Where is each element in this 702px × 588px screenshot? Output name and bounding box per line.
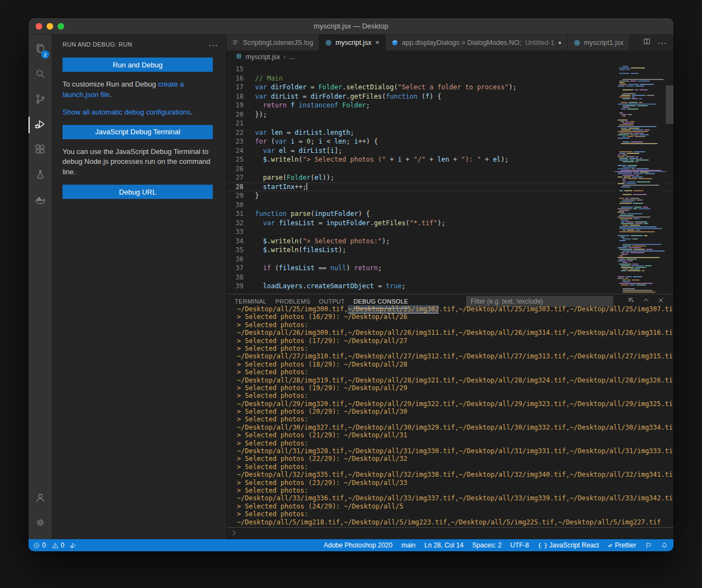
console-line: ~/Desktop/all/29/img320.tif,~/Desktop/al… [237,400,673,408]
editor-tab[interactable]: myscript.jsx× [319,35,386,50]
debug-small-icon [70,542,77,549]
code-line: 22var len = dirList.length; [227,128,673,138]
activity-item-docker[interactable] [29,188,52,213]
status-warning[interactable]: 0 [52,541,65,549]
status-main[interactable]: main [401,541,416,549]
status-debug-small[interactable] [70,542,77,549]
search-icon [35,68,46,82]
code-line: 27 parse(Folder(el)); [227,173,673,182]
status-error[interactable]: 0 [33,541,46,549]
sidebar-more-actions-icon[interactable]: ··· [208,40,218,49]
activity-item-debug[interactable] [29,112,52,138]
code-line: 25 $.writeln("> Selected photos (" + i +… [227,155,673,164]
activity-item-extensions[interactable] [29,138,52,163]
code-line: 37 if (filesList == null) return; [227,264,673,273]
sidebar-title: RUN AND DEBUG: RUN [63,41,208,48]
activity-item-files[interactable]: 2 [29,37,52,62]
breadcrumb-more[interactable]: … [289,53,296,61]
line-number: 32 [227,219,244,228]
react-icon [325,39,336,47]
sidebar-body: Run and Debug To customize Run and Debug… [52,54,226,199]
activity-item-source-control[interactable] [29,87,52,112]
react-icon [573,39,584,47]
line-number: 28 [227,182,244,192]
tab-label: myscript.jsx [336,39,371,47]
tab-label: app.displayDialogs = DialogModes.NO; [402,39,522,47]
line-text: for (var i = 0; i < len; i++) { [255,137,378,146]
console-line: ~/Desktop/all/32/img335.tif,~/Desktop/al… [237,471,673,478]
line-number: 25 [227,155,244,164]
activity-item-testing[interactable] [29,163,52,188]
code-line: 38 [227,273,673,282]
editor-tab[interactable]: myscript1.jsx [568,35,630,50]
editor-scrollbar[interactable] [666,85,673,124]
status-adobe-photoshop-2020[interactable]: Adobe Photoshop 2020 [324,541,392,549]
show-configs-hint: Show all automatic debug configurations. [63,107,213,118]
line-number: 36 [227,255,244,264]
activity-item-account[interactable] [29,486,52,511]
debug-url-button[interactable]: Debug URL [63,185,213,199]
error-icon [33,542,40,549]
line-number: 20 [227,110,244,119]
code-editor[interactable]: 1516// Main17var dirFolder = Folder.sele… [227,64,673,294]
source-control-icon [35,93,46,107]
show-period: . [190,108,193,116]
zoom-window-button[interactable] [58,23,64,30]
settings-icon [35,517,46,530]
line-number: 29 [227,191,244,201]
line-number: 31 [227,209,244,219]
tab-close-icon[interactable]: × [375,38,380,47]
status-bell[interactable] [661,542,668,549]
line-text: var dirFolder = Folder.selectDialog("Sel… [255,83,517,92]
console-line: ~/Desktop/all/27/img310.tif,~/Desktop/al… [237,352,673,360]
line-text: $.writeln("> Selected photos:"); [255,237,390,246]
code-line: 18var dirList = dirFolder.getFiles(funct… [227,92,673,101]
split-editor-icon[interactable] [643,37,651,48]
console-line: > Selected photos: [237,439,673,447]
code-line: 23for (var i = 0; i < len; i++) { [227,137,673,146]
chevron-right-icon [230,529,237,539]
list-icon [232,39,243,47]
debug-console-input[interactable] [227,527,673,539]
console-line: ~/Desktop/all/30/img327.tif,~/Desktop/al… [237,424,673,431]
line-text: if (filesList == null) return; [255,264,382,273]
line-text: $.writeln(filesList); [255,246,346,255]
editor-more-actions-icon[interactable]: ··· [658,38,667,47]
line-text: var len = dirList.length; [255,128,354,138]
doublecheck-icon: ✓✓ [608,542,613,549]
status-braces[interactable]: { }JavaScript React [537,541,599,549]
status-doublecheck[interactable]: ✓✓Prettier [608,541,636,549]
activity-item-settings[interactable] [29,511,52,536]
run-and-debug-button[interactable]: Run and Debug [63,58,213,72]
javascript-debug-terminal-button[interactable]: JavaScript Debug Terminal [63,125,213,139]
line-number: 23 [227,137,244,146]
close-window-button[interactable] [36,23,42,30]
status-ln-28-col-14[interactable]: Ln 28, Col 14 [424,541,463,549]
braces-icon: { } [537,542,547,549]
status-text: 0 [42,541,46,549]
line-text: startInx++; [255,182,307,192]
status-spaces-2[interactable]: Spaces: 2 [472,541,501,549]
console-line: > Selected photos: [237,345,673,352]
line-text: function parse(inputFolder) { [255,209,370,219]
minimap[interactable] [614,64,666,294]
status-feedback[interactable] [645,542,652,549]
window-controls [36,23,64,30]
minimize-window-button[interactable] [47,23,53,30]
workbench: 2 RUN AND DEBUG: RUN ··· Run and Debug T… [29,35,673,539]
editor-tab[interactable]: ScriptingListenerJS.log [227,35,319,50]
line-number: 34 [227,237,244,246]
activity-item-search[interactable] [29,62,52,87]
editor-tab[interactable]: app.displayDialogs = DialogModes.NO;Unti… [386,35,568,50]
breadcrumb-file[interactable]: myscript.jsx [246,53,280,61]
line-text: } [255,191,259,201]
status-text: Adobe Photoshop 2020 [324,541,392,549]
show-debug-configurations-link[interactable]: Show all automatic debug configurations [63,108,190,116]
console-line: > Selected photos: [237,392,673,399]
console-line: > Selected photos (18/29): ~/Desktop/all… [237,361,673,368]
status-utf-8[interactable]: UTF-8 [510,541,529,549]
debug-console-output[interactable]: ~/Desktop/all/25/img300.tif,~/Desktop/al… [227,305,673,527]
customize-hint: To customize Run and Debug create a laun… [63,79,213,100]
line-number: 21 [227,119,244,128]
console-line: > Selected photos: [237,368,673,376]
